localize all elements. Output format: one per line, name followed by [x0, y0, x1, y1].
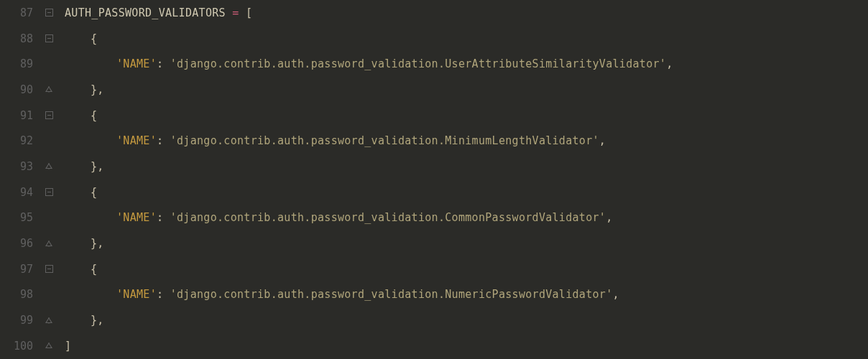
- code-line[interactable]: 91 {: [0, 103, 868, 129]
- code-content[interactable]: 'NAME': 'django.contrib.auth.password_va…: [56, 211, 613, 224]
- fold-gutter[interactable]: [42, 241, 56, 247]
- punct: },: [91, 160, 104, 173]
- fold-gutter[interactable]: [42, 342, 56, 349]
- string-literal: 'django.contrib.auth.password_validation…: [170, 57, 666, 70]
- punct: :: [157, 288, 163, 301]
- dict-key: 'NAME': [116, 134, 157, 147]
- punct: :: [157, 134, 163, 147]
- line-number: 88: [0, 32, 42, 45]
- line-number: 96: [0, 237, 42, 250]
- code-content[interactable]: 'NAME': 'django.contrib.auth.password_va…: [56, 288, 619, 301]
- line-number: 87: [0, 6, 42, 19]
- operator: =: [226, 6, 246, 19]
- code-content[interactable]: {: [56, 32, 97, 45]
- fold-end-icon: [46, 241, 52, 247]
- dict-key: 'NAME': [116, 211, 157, 224]
- code-line[interactable]: 93 },: [0, 154, 868, 180]
- string-literal: 'django.contrib.auth.password_validation…: [170, 211, 606, 224]
- punct: ,: [606, 211, 612, 224]
- code-line[interactable]: 87 AUTH_PASSWORD_VALIDATORS = [: [0, 0, 868, 26]
- code-content[interactable]: {: [56, 186, 97, 199]
- code-line[interactable]: 96 },: [0, 230, 868, 256]
- code-line[interactable]: 88 {: [0, 26, 868, 52]
- punct: {: [91, 109, 97, 122]
- punct: ,: [613, 288, 619, 301]
- punct: {: [91, 32, 97, 45]
- code-content[interactable]: {: [56, 263, 97, 276]
- code-content[interactable]: 'NAME': 'django.contrib.auth.password_va…: [56, 134, 606, 147]
- fold-gutter[interactable]: [42, 9, 56, 17]
- space: [163, 211, 170, 224]
- punct: [: [246, 6, 252, 19]
- code-line[interactable]: 95 'NAME': 'django.contrib.auth.password…: [0, 205, 868, 231]
- space: [163, 57, 170, 70]
- punct: {: [91, 263, 97, 276]
- fold-gutter[interactable]: [42, 86, 56, 93]
- code-content[interactable]: },: [56, 237, 104, 250]
- line-number: 100: [0, 340, 42, 353]
- code-content[interactable]: },: [56, 160, 104, 173]
- space: [163, 134, 170, 147]
- dict-key: 'NAME': [116, 57, 157, 70]
- fold-end-icon: [46, 342, 52, 349]
- code-content[interactable]: },: [56, 314, 104, 327]
- punct: },: [91, 237, 104, 250]
- fold-toggle-icon[interactable]: [45, 111, 53, 119]
- fold-toggle-icon[interactable]: [45, 9, 53, 17]
- line-number: 89: [0, 57, 42, 70]
- punct: :: [157, 211, 163, 224]
- code-content[interactable]: {: [56, 109, 97, 122]
- code-editor[interactable]: 87 AUTH_PASSWORD_VALIDATORS = [ 88 { 89 …: [0, 0, 868, 359]
- dict-key: 'NAME': [116, 288, 157, 301]
- code-line[interactable]: 97 {: [0, 256, 868, 282]
- fold-gutter[interactable]: [42, 265, 56, 273]
- fold-gutter[interactable]: [42, 163, 56, 169]
- code-line[interactable]: 99 },: [0, 307, 868, 333]
- code-content[interactable]: 'NAME': 'django.contrib.auth.password_va…: [56, 57, 673, 70]
- fold-end-icon: [46, 317, 52, 324]
- code-line[interactable]: 90 },: [0, 77, 868, 103]
- punct: ,: [666, 57, 673, 70]
- fold-gutter[interactable]: [42, 188, 56, 196]
- code-line[interactable]: 94 {: [0, 180, 868, 205]
- fold-toggle-icon[interactable]: [45, 265, 53, 273]
- fold-gutter[interactable]: [42, 317, 56, 324]
- punct: :: [157, 57, 163, 70]
- line-number: 98: [0, 288, 42, 301]
- code-line[interactable]: 92 'NAME': 'django.contrib.auth.password…: [0, 128, 868, 154]
- string-literal: 'django.contrib.auth.password_validation…: [170, 288, 613, 301]
- code-content[interactable]: },: [56, 83, 104, 96]
- code-line[interactable]: 89 'NAME': 'django.contrib.auth.password…: [0, 51, 868, 77]
- code-line[interactable]: 98 'NAME': 'django.contrib.auth.password…: [0, 282, 868, 308]
- fold-toggle-icon[interactable]: [45, 188, 53, 196]
- fold-end-icon: [46, 86, 52, 93]
- string-literal: 'django.contrib.auth.password_validation…: [170, 134, 599, 147]
- fold-gutter[interactable]: [42, 111, 56, 119]
- line-number: 95: [0, 211, 42, 224]
- punct: },: [91, 83, 104, 96]
- punct: ,: [599, 134, 606, 147]
- code-content[interactable]: ]: [56, 340, 71, 353]
- code-content[interactable]: AUTH_PASSWORD_VALIDATORS = [: [56, 6, 252, 19]
- line-number: 94: [0, 186, 42, 199]
- line-number: 91: [0, 109, 42, 122]
- line-number: 97: [0, 263, 42, 276]
- line-number: 92: [0, 134, 42, 147]
- line-number: 99: [0, 314, 42, 327]
- fold-gutter[interactable]: [42, 34, 56, 42]
- code-line[interactable]: 100 ]: [0, 333, 868, 359]
- fold-toggle-icon[interactable]: [45, 34, 53, 42]
- punct: ]: [65, 340, 71, 353]
- space: [163, 288, 170, 301]
- line-number: 93: [0, 160, 42, 173]
- fold-end-icon: [46, 163, 52, 169]
- line-number: 90: [0, 83, 42, 96]
- identifier: AUTH_PASSWORD_VALIDATORS: [65, 6, 226, 19]
- punct: {: [91, 186, 97, 199]
- punct: },: [91, 314, 104, 327]
